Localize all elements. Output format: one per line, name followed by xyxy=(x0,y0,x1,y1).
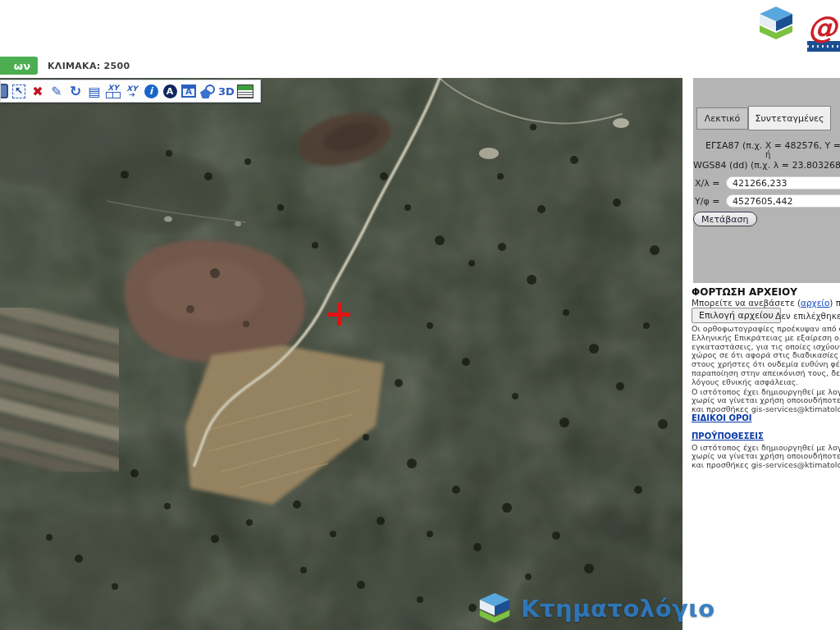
xy-input-tool-icon[interactable]: XY xyxy=(104,81,122,101)
attribute-info-tool-icon[interactable]: A xyxy=(161,81,179,101)
upload-section-title: ΦΟΡΤΩΣΗ ΑΡΧΕΙΟΥ xyxy=(692,286,797,298)
form-glyph: ▤ xyxy=(88,84,100,99)
tab-lektiko[interactable]: Λεκτικό xyxy=(696,107,748,130)
attribute-info-glyph: A xyxy=(163,84,177,98)
tab-syntetagmenes[interactable]: Συντεταγμένες xyxy=(748,106,831,130)
x-coordinate-label: X/λ = xyxy=(695,178,719,189)
upload-file-link[interactable]: αρχείο xyxy=(801,298,829,308)
edit-vertex-tool-icon[interactable]: ✎ xyxy=(48,81,66,101)
xy-input-glyph: XY xyxy=(106,84,121,98)
select-tool-icon[interactable]: ↖ xyxy=(10,81,28,101)
partial-tool-icon[interactable] xyxy=(1,81,9,101)
xy-goto-tool-icon[interactable]: XY xyxy=(123,81,141,101)
partial-tool-glyph xyxy=(1,84,8,98)
y-coordinate-input[interactable] xyxy=(726,194,840,208)
view-3d-tool-icon[interactable]: 3D xyxy=(217,81,235,101)
partial-green-button[interactable]: ων xyxy=(0,57,38,75)
at-sign-logo-icon: @ xyxy=(807,13,840,51)
disclaimer-line: και προσθήκες gis-services@ktimatologio.… xyxy=(692,461,840,470)
map-canvas[interactable] xyxy=(0,78,682,630)
wgs84-example-text: WGS84 (dd) (π.χ. λ = 23.803268, φ xyxy=(693,160,840,171)
egsa87-example-text: ΕΓΣΑ87 (π.χ. X = 482576, Y = xyxy=(705,140,840,151)
y-coordinate-label: Y/φ = xyxy=(695,196,719,207)
scale-label: ΚΛΙΜΑΚΑ: 2500 xyxy=(48,61,130,71)
delete-glyph: ✖ xyxy=(32,84,43,99)
form-tool-icon[interactable]: ▤ xyxy=(85,81,103,101)
info-tool-icon[interactable]: i xyxy=(142,81,160,101)
app-window: ων ΚΛΙΜΑΚΑ: 2500 @ xyxy=(0,0,840,630)
delete-tool-icon[interactable]: ✖ xyxy=(29,81,47,101)
edit-glyph: ✎ xyxy=(51,84,62,99)
watermark-cube-logo-icon xyxy=(478,591,511,626)
upload-hint: Μπορείτε να ανεβάσετε (αρχείο) πρ xyxy=(692,298,840,308)
area-select-tool-icon[interactable] xyxy=(199,81,217,101)
label-glyph: A xyxy=(181,84,196,98)
info-glyph: i xyxy=(144,84,158,98)
select-glyph: ↖ xyxy=(12,84,25,98)
or-label: ή xyxy=(765,150,770,159)
ktimatologio-cube-logo-icon xyxy=(758,5,794,44)
refresh-glyph: ↻ xyxy=(70,83,81,99)
disclaimer-line: λόγους εθνικής ασφάλειας. xyxy=(692,378,798,387)
at-glyph: @ xyxy=(807,13,840,43)
3d-glyph: 3D xyxy=(218,85,235,98)
x-coordinate-input[interactable] xyxy=(726,176,840,189)
map-toolbar: ↖ ✖ ✎ ↻ ▤ XY XY i A A 3D xyxy=(0,80,261,103)
xy-goto-glyph: XY xyxy=(126,85,137,98)
go-to-coordinates-button[interactable]: Μετάβαση xyxy=(693,212,757,226)
special-terms-link[interactable]: ΕΙΔΙΚΟΙ ΟΡΟΙ xyxy=(692,413,752,422)
overview-map-tool-icon[interactable] xyxy=(236,81,254,101)
overview-map-glyph xyxy=(237,84,253,98)
prerequisites-link[interactable]: ΠΡΟΫΠΟΘΕΣΕΙΣ xyxy=(692,431,764,441)
choose-file-button[interactable]: Επιλογή αρχείου xyxy=(692,308,781,323)
upload-hint-suffix: ) πρ xyxy=(829,298,840,308)
refresh-tool-icon[interactable]: ↻ xyxy=(66,81,84,101)
watermark-text: Κτηματολόγιο xyxy=(521,595,715,623)
upload-hint-prefix: Μπορείτε να ανεβάσετε ( xyxy=(692,298,801,308)
label-tool-icon[interactable]: A xyxy=(180,81,198,101)
map-watermark: Κτηματολόγιο xyxy=(478,591,715,626)
no-file-chosen-text: Δεν επιλέχθηκε κανένα αρχείο xyxy=(775,311,840,321)
